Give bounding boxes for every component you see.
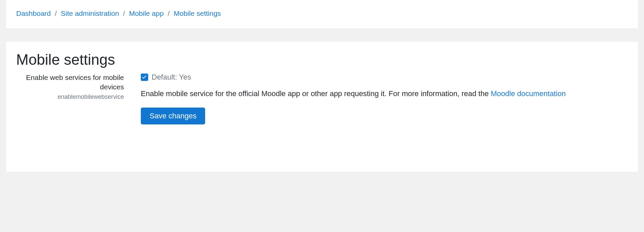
breadcrumb-card: Dashboard / Site administration / Mobile… <box>6 0 638 28</box>
save-changes-button[interactable]: Save changes <box>141 108 205 124</box>
breadcrumb-separator: / <box>166 9 171 18</box>
setting-label-column: Enable web services for mobile devices e… <box>16 73 131 100</box>
breadcrumb-separator: / <box>122 9 126 18</box>
moodle-documentation-link[interactable]: Moodle documentation <box>491 89 566 98</box>
description-text: Enable mobile service for the official M… <box>141 89 491 98</box>
setting-key: enablemobilewebservice <box>16 93 124 100</box>
setting-row: Enable web services for mobile devices e… <box>16 73 628 124</box>
breadcrumb-separator: / <box>54 9 58 18</box>
check-icon <box>142 75 147 80</box>
page-title: Mobile settings <box>16 51 628 68</box>
breadcrumb-mobile-settings[interactable]: Mobile settings <box>174 9 221 18</box>
setting-label: Enable web services for mobile devices <box>16 73 124 92</box>
breadcrumb-site-administration[interactable]: Site administration <box>61 9 119 18</box>
breadcrumb-mobile-app[interactable]: Mobile app <box>129 9 164 18</box>
settings-card: Mobile settings Enable web services for … <box>6 42 638 172</box>
setting-description: Enable mobile service for the official M… <box>141 88 628 99</box>
enable-mobile-checkbox[interactable] <box>141 74 148 81</box>
setting-field-column: Default: Yes Enable mobile service for t… <box>131 73 628 124</box>
breadcrumb: Dashboard / Site administration / Mobile… <box>16 9 628 18</box>
checkbox-row: Default: Yes <box>141 73 628 82</box>
breadcrumb-dashboard[interactable]: Dashboard <box>16 9 51 18</box>
default-text: Default: Yes <box>152 73 191 82</box>
